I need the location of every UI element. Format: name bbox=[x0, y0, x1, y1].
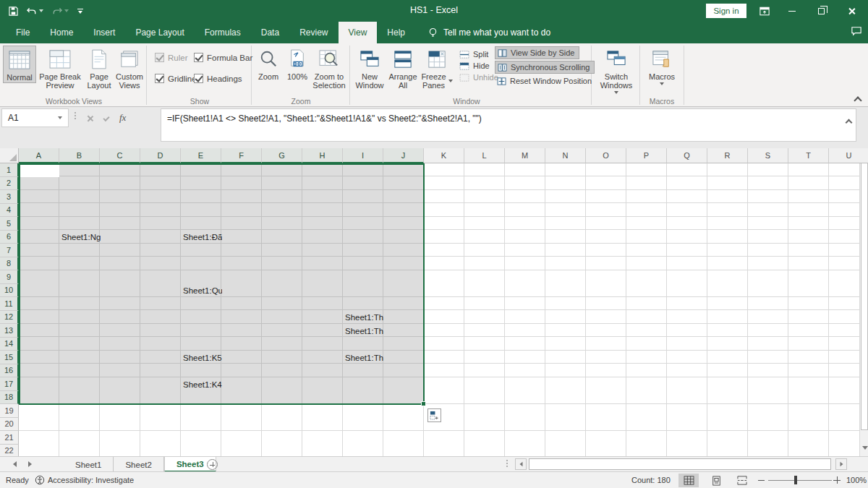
next-sheet-icon[interactable] bbox=[28, 461, 32, 467]
row-header-19[interactable]: 19 bbox=[0, 404, 19, 418]
name-box[interactable]: A1 bbox=[1, 108, 69, 127]
fill-handle[interactable] bbox=[421, 401, 426, 406]
tab-scroll-divider[interactable] bbox=[506, 460, 508, 467]
freeze-panes-dropdown-icon[interactable] bbox=[448, 80, 453, 82]
row-header-2[interactable]: 2 bbox=[0, 177, 19, 191]
row-header-9[interactable]: 9 bbox=[0, 270, 19, 284]
zoom-100-button[interactable]: 100% bbox=[284, 46, 311, 82]
previous-sheet-icon[interactable] bbox=[13, 461, 17, 467]
cell-I13[interactable]: Sheet1:Th bbox=[345, 325, 384, 337]
formula-input[interactable]: =IF(Sheet1!A1 <> Sheet2!A1, "Sheet1:"&Sh… bbox=[161, 108, 856, 142]
macros-dropdown-icon[interactable] bbox=[660, 82, 664, 85]
column-header-S[interactable]: S bbox=[748, 148, 788, 163]
horizontal-scrollbar-thumb[interactable] bbox=[529, 458, 831, 470]
new-sheet-button[interactable] bbox=[207, 459, 218, 470]
cell-B6[interactable]: Sheet1:Ng bbox=[61, 231, 101, 243]
column-header-H[interactable]: H bbox=[302, 148, 343, 163]
vertical-scrollbar-thumb[interactable] bbox=[861, 163, 868, 430]
column-header-L[interactable]: L bbox=[464, 148, 505, 163]
scroll-down-icon[interactable] bbox=[862, 446, 868, 450]
quick-analysis-button[interactable] bbox=[427, 408, 441, 422]
column-header-N[interactable]: N bbox=[545, 148, 586, 163]
cell-E15[interactable]: Sheet1:K5 bbox=[183, 352, 222, 364]
row-header-13[interactable]: 13 bbox=[0, 324, 19, 338]
arrange-all-button[interactable]: Arrange All bbox=[386, 46, 420, 90]
synchronous-scrolling-button[interactable]: Synchronous Scrolling bbox=[495, 61, 595, 74]
zoom-to-selection-button[interactable]: Zoom to Selection bbox=[311, 46, 347, 90]
scroll-left-button[interactable] bbox=[515, 458, 527, 470]
tab-help[interactable]: Help bbox=[377, 22, 415, 43]
column-header-C[interactable]: C bbox=[100, 148, 140, 163]
column-header-J[interactable]: J bbox=[383, 148, 424, 163]
name-box-dropdown-icon[interactable] bbox=[58, 116, 62, 119]
column-header-P[interactable]: P bbox=[626, 148, 667, 163]
column-header-E[interactable]: E bbox=[181, 148, 221, 163]
reset-window-position-button[interactable]: Reset Window Position bbox=[495, 75, 596, 87]
column-header-D[interactable]: D bbox=[140, 148, 181, 163]
zoom-out-button[interactable] bbox=[758, 480, 765, 481]
row-header-14[interactable]: 14 bbox=[0, 338, 19, 351]
freeze-panes-button[interactable]: Freeze Panes bbox=[420, 46, 454, 90]
accessibility-status[interactable]: Accessibility: Investigate bbox=[48, 472, 134, 488]
row-header-5[interactable]: 5 bbox=[0, 217, 19, 231]
vertical-scrollbar[interactable] bbox=[859, 148, 868, 456]
sheet-tab-sheet2[interactable]: Sheet2 bbox=[114, 457, 163, 472]
page-break-view-toggle[interactable] bbox=[732, 474, 752, 487]
ribbon-display-options-button[interactable] bbox=[752, 0, 777, 22]
minimize-button[interactable] bbox=[780, 0, 804, 22]
switch-windows-dropdown-icon[interactable] bbox=[614, 91, 618, 94]
new-window-button[interactable]: New Window bbox=[353, 46, 386, 90]
row-header-12[interactable]: 12 bbox=[0, 311, 19, 325]
tab-review[interactable]: Review bbox=[289, 22, 338, 43]
headings-checkbox[interactable]: Headings bbox=[194, 74, 242, 83]
column-header-B[interactable]: B bbox=[59, 148, 100, 163]
active-cell-A1[interactable] bbox=[20, 165, 59, 177]
column-header-A[interactable]: A bbox=[19, 148, 59, 163]
switch-windows-button[interactable]: Switch Windows bbox=[596, 46, 637, 95]
collapse-ribbon-icon[interactable] bbox=[854, 95, 861, 102]
zoom-level[interactable]: 100% bbox=[846, 472, 867, 488]
row-header-17[interactable]: 17 bbox=[0, 377, 19, 391]
column-header-R[interactable]: R bbox=[707, 148, 748, 163]
row-header-11[interactable]: 11 bbox=[0, 297, 19, 311]
cancel-icon[interactable] bbox=[87, 115, 93, 121]
zoom-slider-track[interactable] bbox=[768, 480, 832, 481]
row-header-18[interactable]: 18 bbox=[0, 391, 19, 405]
tab-insert[interactable]: Insert bbox=[83, 22, 125, 43]
tab-formulas[interactable]: Formulas bbox=[195, 22, 251, 43]
custom-views-button[interactable]: Custom Views bbox=[114, 46, 145, 90]
sign-in-button[interactable]: Sign in bbox=[706, 4, 746, 18]
row-header-16[interactable]: 16 bbox=[0, 364, 19, 378]
cell-E17[interactable]: Sheet1:K4 bbox=[183, 379, 222, 390]
column-header-F[interactable]: F bbox=[221, 148, 262, 163]
row-header-3[interactable]: 3 bbox=[0, 190, 19, 204]
normal-view-toggle[interactable] bbox=[678, 474, 699, 487]
cell-I15[interactable]: Sheet1:Th bbox=[345, 352, 384, 364]
row-header-20[interactable]: 20 bbox=[0, 418, 19, 432]
cells-area[interactable]: Sheet1:NgSheet1:ĐãSheet1:QuSheet1:ThShee… bbox=[19, 163, 859, 456]
row-header-10[interactable]: 10 bbox=[0, 284, 19, 298]
insert-function-icon[interactable]: fx bbox=[119, 112, 126, 124]
split-button[interactable]: Split bbox=[457, 49, 501, 59]
row-header-7[interactable]: 7 bbox=[0, 244, 19, 257]
row-header-6[interactable]: 6 bbox=[0, 231, 19, 244]
column-header-M[interactable]: M bbox=[505, 148, 545, 163]
zoom-slider-handle[interactable] bbox=[794, 476, 797, 484]
gridlines-checkbox-icon[interactable] bbox=[155, 74, 164, 83]
row-header-8[interactable]: 8 bbox=[0, 257, 19, 271]
close-button[interactable] bbox=[839, 0, 864, 22]
select-all-corner[interactable] bbox=[0, 148, 19, 163]
cell-I12[interactable]: Sheet1:Th bbox=[345, 312, 384, 323]
feedback-comment-icon[interactable] bbox=[851, 26, 862, 39]
tab-page-layout[interactable]: Page Layout bbox=[125, 22, 194, 43]
column-header-I[interactable]: I bbox=[343, 148, 383, 163]
column-header-U[interactable]: U bbox=[829, 148, 868, 163]
zoom-in-button[interactable] bbox=[833, 476, 841, 484]
column-header-G[interactable]: G bbox=[262, 148, 302, 163]
column-header-Q[interactable]: Q bbox=[667, 148, 707, 163]
row-header-21[interactable]: 21 bbox=[0, 431, 19, 445]
view-side-by-side-button[interactable]: View Side by Side bbox=[495, 46, 579, 59]
normal-view-button[interactable]: Normal bbox=[3, 46, 36, 83]
worksheet-grid[interactable]: Sheet1:NgSheet1:ĐãSheet1:QuSheet1:ThShee… bbox=[0, 148, 868, 456]
row-header-22[interactable]: 22 bbox=[0, 445, 19, 457]
